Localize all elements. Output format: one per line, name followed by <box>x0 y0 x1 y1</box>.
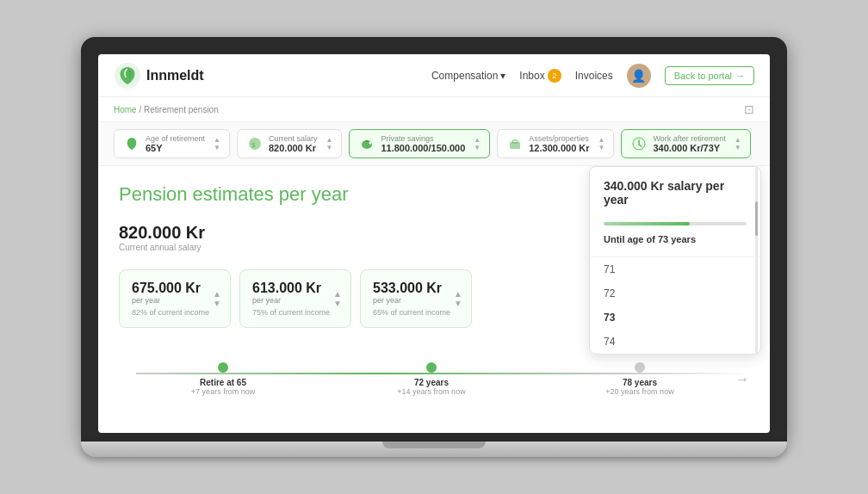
estimate-card-2: 533.000 Kr per year 65% of current incom… <box>360 269 472 328</box>
card-stepper-0[interactable]: ▲▼ <box>213 289 221 308</box>
estimate-card-1: 613.000 Kr per year 75% of current incom… <box>239 269 351 328</box>
timeline-sublabel-0: +7 years from now <box>191 387 255 396</box>
timeline-label-1: 72 years <box>414 378 449 387</box>
toolbar-label-savings: Private savings <box>381 134 465 143</box>
timeline-dot-1 <box>426 362 437 373</box>
estimate-card-0: 675.000 Kr per year 82% of current incom… <box>119 269 231 328</box>
toolbar-assets[interactable]: Assets/properties 12.300.000 Kr ▲▼ <box>497 129 614 158</box>
inbox-badge: 2 <box>548 69 561 83</box>
dropdown-progress-bar <box>604 222 747 225</box>
scrollbar-thumb <box>755 201 758 236</box>
toolbar: Age of retirement 65Y ▲▼ $ Current salar… <box>98 122 770 166</box>
logo-text: Innmeldt <box>146 68 204 83</box>
toolbar-label-assets: Assets/properties <box>529 134 589 143</box>
timeline-item-2: 78 years +20 years from now <box>536 362 744 396</box>
breadcrumb-current: Retirement pension <box>144 105 219 114</box>
salary-stepper[interactable]: ▲▼ <box>326 136 333 151</box>
card-stepper-1[interactable]: ▲▼ <box>333 289 342 308</box>
toolbar-label-work: Work after retirement <box>653 134 725 143</box>
card-pct-2: 65% of current income <box>373 308 459 317</box>
toolbar-value-assets: 12.300.000 Kr <box>529 143 589 153</box>
card-stepper-2[interactable]: ▲▼ <box>454 289 462 308</box>
avatar: 👤 <box>627 64 651 88</box>
card-amount-0: 675.000 Kr <box>132 281 218 296</box>
timeline-sublabel-1: +14 years from now <box>397 387 465 396</box>
timeline: Retire at 65 +7 years from now 72 years … <box>119 354 749 396</box>
dropdown-main: 340.000 Kr salary per year Until age of … <box>590 167 760 256</box>
card-period-2: per year <box>373 296 459 305</box>
back-portal-button[interactable]: Back to portal → <box>665 66 754 85</box>
laptop-container: Innmeldt Compensation ▾ Inbox 2 Invoices <box>81 37 787 457</box>
timeline-label-2: 78 years <box>623 378 657 387</box>
svg-text:$: $ <box>251 141 256 149</box>
card-pct-0: 82% of current income <box>132 308 218 317</box>
dropdown-sublabel <box>604 207 747 215</box>
card-amount-1: 613.000 Kr <box>252 281 338 296</box>
svg-point-4 <box>369 142 372 145</box>
card-period-0: per year <box>132 296 218 305</box>
dropdown-list: 71 72 73 74 <box>590 256 760 354</box>
work-stepper[interactable]: ▲▼ <box>735 136 741 151</box>
logo-icon <box>114 62 141 90</box>
piggy-icon <box>358 135 375 152</box>
dropdown-salary: 340.000 Kr salary per year <box>604 179 747 207</box>
card-pct-1: 75% of current income <box>252 308 338 317</box>
retirement-age-stepper[interactable]: ▲▼ <box>214 136 220 151</box>
app-container: Innmeldt Compensation ▾ Inbox 2 Invoices <box>98 54 770 433</box>
arrow-right-icon: → <box>735 71 745 81</box>
toolbar-salary[interactable]: $ Current salary 820.000 Kr ▲▼ <box>237 129 342 158</box>
svg-rect-7 <box>512 140 518 143</box>
timeline-item-0: Retire at 65 +7 years from now <box>119 362 327 396</box>
toolbar-retirement-age[interactable]: Age of retirement 65Y ▲▼ <box>114 129 230 158</box>
dropdown-age: 73 years <box>658 234 696 244</box>
main-content: Pension estimates per year 820.000 Kr Cu… <box>98 166 770 433</box>
timeline-sublabel-2: +20 years from now <box>605 387 673 396</box>
toolbar-value-salary: 820.000 Kr <box>269 143 318 153</box>
app-header: Innmeldt Compensation ▾ Inbox 2 Invoices <box>98 54 770 97</box>
laptop-base <box>81 442 787 457</box>
clock-icon <box>630 135 648 152</box>
toolbar-work-retirement[interactable]: Work after retirement 340.000 Kr/73Y ▲▼ <box>621 129 750 158</box>
laptop-screen: Innmeldt Compensation ▾ Inbox 2 Invoices <box>98 54 770 433</box>
screen-bezel: Innmeldt Compensation ▾ Inbox 2 Invoices <box>81 37 787 442</box>
nav-inbox[interactable]: Inbox 2 <box>519 69 561 83</box>
timeline-item-1: 72 years +14 years from now <box>327 362 536 396</box>
svg-rect-5 <box>365 140 369 142</box>
monitor-icon: ⊡ <box>744 102 754 116</box>
chevron-down-icon: ▾ <box>500 70 505 82</box>
dropdown-item-72[interactable]: 72 <box>590 281 760 306</box>
header-nav: Compensation ▾ Inbox 2 Invoices 👤 Back <box>431 64 754 88</box>
dropdown-item-71[interactable]: 71 <box>590 257 760 281</box>
dropdown-item-73[interactable]: 73 <box>590 306 760 330</box>
timeline-dot-0 <box>218 362 228 373</box>
dropdown-panel: 340.000 Kr salary per year Until age of … <box>589 166 761 355</box>
card-period-1: per year <box>252 296 338 305</box>
timeline-label-0: Retire at 65 <box>200 378 246 387</box>
leaf-icon <box>123 135 140 152</box>
logo: Innmeldt <box>114 62 204 90</box>
toolbar-value-savings: 11.800.000/150.000 <box>381 143 465 153</box>
assets-stepper[interactable]: ▲▼ <box>598 136 605 151</box>
breadcrumb-bar: Home / Retirement pension ⊡ <box>98 97 770 122</box>
dropdown-item-74[interactable]: 74 <box>590 330 760 354</box>
toolbar-value-work: 340.000 Kr/73Y <box>653 143 725 153</box>
nav-compensation[interactable]: Compensation ▾ <box>431 70 505 82</box>
breadcrumb-home[interactable]: Home <box>114 105 137 114</box>
toolbar-value-retirement: 65Y <box>146 143 205 153</box>
timeline-dot-2 <box>635 362 645 373</box>
dropdown-progress-fill <box>604 222 690 225</box>
breadcrumb: Home / Retirement pension <box>114 105 219 114</box>
dropdown-until: Until age of 73 years <box>604 234 747 244</box>
card-amount-2: 533.000 Kr <box>373 281 459 296</box>
salary-icon: $ <box>246 135 264 152</box>
nav-invoices[interactable]: Invoices <box>575 70 613 82</box>
briefcase-icon <box>506 135 524 152</box>
toolbar-label-salary: Current salary <box>269 134 318 143</box>
dropdown-scrollbar <box>755 167 758 354</box>
toolbar-private-savings[interactable]: Private savings 11.800.000/150.000 ▲▼ <box>349 129 490 158</box>
toolbar-label-retirement: Age of retirement <box>146 134 205 143</box>
savings-stepper[interactable]: ▲▼ <box>474 136 480 151</box>
